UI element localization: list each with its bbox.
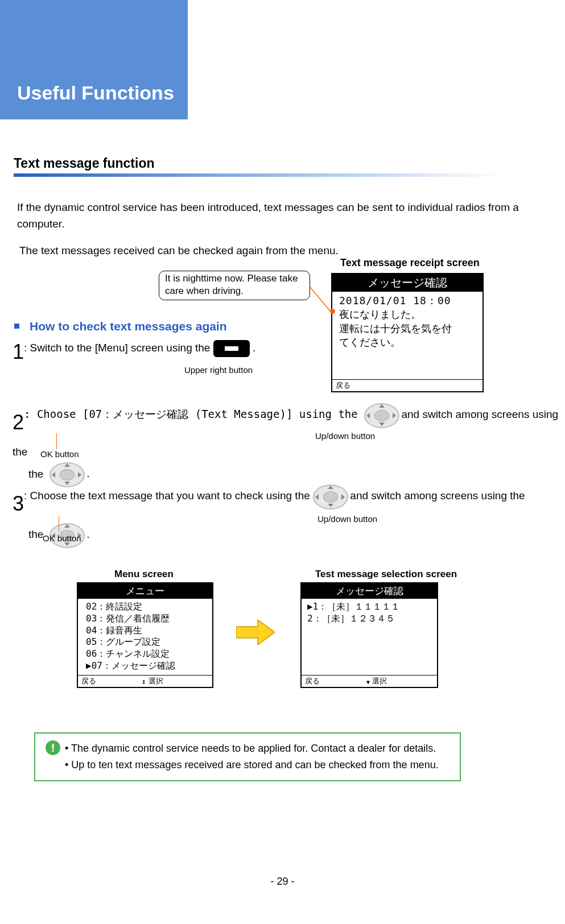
sub-heading: How to check text messages again (14, 320, 227, 333)
info-bullet: • Up to ten text messages received are s… (65, 757, 439, 773)
chapter-title: Useful Functions (17, 82, 174, 104)
receipt-footer-left: 戻る (336, 380, 350, 391)
receipt-line: 夜になりました。 (339, 308, 478, 321)
intro-paragraph-2: The text messages received can be checke… (19, 245, 543, 257)
step2-pre: : Choose [07：メッセージ確認 (Text Message)] usi… (24, 408, 364, 420)
step2-post: . (86, 468, 89, 480)
menu-item: 02：終話設定 (86, 601, 208, 613)
callout-line-ok (59, 516, 59, 532)
page-number: - 29 - (0, 876, 565, 888)
label-updown-button: Up/down button (317, 514, 377, 524)
step3-mid: and switch among screens using the (350, 490, 525, 502)
receipt-header: メッセージ確認 (332, 274, 482, 292)
label-ok-button: OK button (43, 533, 81, 543)
step-number: 3 (13, 484, 24, 523)
selection-body: ▶1：［未］１１１１１ 2：［未］１２３４５ (302, 599, 437, 675)
menu-body: 02：終話設定 03：発信／着信履歴 04：録音再生 05：グループ設定 06：… (78, 599, 212, 675)
selection-item: ▶1：［未］１１１１１ (307, 601, 432, 613)
info-icon: ! (46, 740, 60, 755)
menu-footer-center: 選択 (149, 676, 163, 686)
callout-dot (330, 309, 335, 314)
step-2: 2: Choose [07：メッセージ確認 (Text Message)] us… (13, 403, 564, 486)
step-3: 3: Choose the text message that you want… (13, 484, 564, 547)
ok-button-icon (50, 462, 84, 486)
receipt-caption: Text message receipt screen (340, 257, 480, 269)
sub-heading-text: How to check text messages again (30, 320, 227, 333)
selection-footer-left: 戻る (305, 676, 320, 686)
menu-item: 03：発信／着信履歴 (86, 613, 208, 625)
step-number: 2 (13, 403, 24, 442)
receipt-date: 2018/01/01 18：00 (339, 294, 478, 308)
receipt-line: 運転には十分気を気を付 (339, 322, 478, 335)
info-box: ! • The dynamic control service needs to… (34, 732, 461, 781)
selection-footer: 戻る 選択 (302, 675, 437, 687)
receipt-body: 2018/01/01 18：00 夜になりました。 運転には十分気を気を付 てく… (332, 292, 482, 379)
menu-screen: メニュー 02：終話設定 03：発信／着信履歴 04：録音再生 05：グループ設… (77, 582, 213, 688)
updown-glyph-icon (142, 677, 146, 686)
selection-caption: Test message selection screen (315, 569, 457, 580)
menu-item: 06：チャンネル設定 (86, 648, 208, 660)
section-heading: Text message function (14, 156, 551, 177)
upper-right-button-icon (213, 340, 250, 357)
label-ok-button: OK button (40, 449, 79, 459)
selection-screen: メッセージ確認 ▶1：［未］１１１１１ 2：［未］１２３４５ 戻る 選択 (300, 582, 438, 688)
section-underline (14, 173, 503, 177)
selection-header: メッセージ確認 (302, 583, 437, 599)
section-title: Text message function (14, 156, 551, 171)
bullet-icon (14, 324, 19, 329)
step3-post: . (86, 528, 89, 540)
svg-marker-1 (236, 620, 275, 645)
menu-header: メニュー (78, 583, 212, 599)
dpad-button-icon (364, 403, 398, 427)
menu-item: 05：グループ設定 (86, 636, 208, 648)
info-bullet: • The dynamic control service needs to b… (65, 740, 439, 757)
label-upper-right-button: Upper right button (184, 365, 253, 375)
menu-caption: Menu screen (114, 569, 174, 580)
menu-footer-left: 戻る (81, 676, 96, 686)
receipt-footer: 戻る (332, 379, 482, 391)
step3-pre: : Choose the text message that you want … (24, 490, 313, 502)
menu-item: 04：録音再生 (86, 625, 208, 637)
step1-text: : Switch to the [Menu] screen using the (24, 342, 213, 354)
speech-bubble: It is nighttime now. Please take care wh… (159, 271, 310, 300)
svg-line-0 (310, 287, 331, 312)
dpad-button-icon (313, 484, 347, 508)
receipt-screen: メッセージ確認 2018/01/01 18：00 夜になりました。 運転には十分… (331, 273, 484, 392)
arrow-right-icon (236, 620, 275, 645)
label-updown-button: Up/down button (315, 431, 375, 441)
intro-paragraph-1: If the dynamic control service has been … (17, 199, 565, 233)
menu-footer: 戻る 選択 (78, 675, 212, 687)
menu-item: ▶07：メッセージ確認 (86, 660, 208, 672)
step-1: 1: Switch to the [Menu] screen using the… (13, 340, 564, 364)
selection-footer-center: 選択 (372, 676, 387, 686)
step1-post: . (253, 342, 255, 354)
info-text: • The dynamic control service needs to b… (65, 740, 439, 773)
step-number: 1 (13, 340, 24, 364)
down-glyph-icon (366, 677, 370, 686)
selection-item: 2：［未］１２３４５ (307, 613, 432, 625)
callout-line-ok (56, 433, 57, 449)
